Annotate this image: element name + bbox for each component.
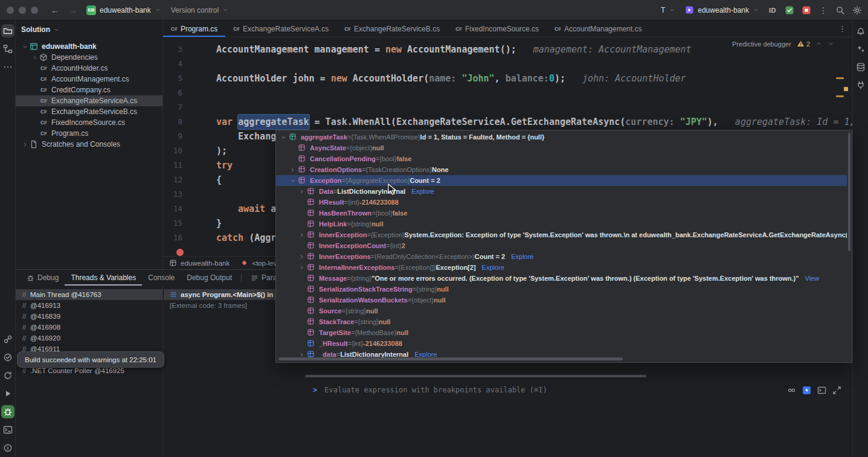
variable-innerexceptioncount[interactable]: InnerExceptionCount = {int} 2 (276, 240, 847, 251)
thread-row-416913[interactable]: @416913 (16, 300, 162, 311)
tree-item-program-cs[interactable]: C#Program.cs (16, 128, 162, 139)
breadcrumb-eduwealth-bank[interactable]: eduwealth-bank (169, 259, 230, 267)
next-warning-button[interactable] (828, 40, 834, 47)
watches-icon[interactable] (786, 385, 796, 395)
chevron-down-icon[interactable] (280, 134, 288, 141)
variable-data[interactable]: Data = ListDictionaryInternalExplore (276, 186, 847, 197)
variable-serializationwatsonbuckets[interactable]: SerializationWatsonBuckets = {object} nu… (276, 295, 847, 305)
chevron-right-icon[interactable] (30, 54, 39, 61)
chevron-down-icon[interactable] (289, 177, 297, 184)
variable-targetsite[interactable]: TargetSite = {MethodBase} null (276, 327, 847, 338)
close-window-button[interactable] (7, 7, 14, 14)
variable-exception[interactable]: Exception = {AggregateException} Count =… (276, 175, 847, 186)
popup-vscrollbar[interactable] (848, 133, 850, 251)
debug-icon[interactable] (1, 405, 14, 418)
variable-aggregatetask[interactable]: aggregateTask = {Task.WhenAllPromise} Id… (276, 132, 847, 142)
thread-row-main-thread-416763[interactable]: Main Thread @416763 (16, 289, 162, 300)
tool-t-widget[interactable]: T (656, 4, 680, 16)
variable-data[interactable]: _data = ListDictionaryInternalExplore (276, 349, 847, 357)
tree-item-exchangerateservicea-cs[interactable]: C#ExchangeRateServiceA.cs (16, 95, 162, 106)
forward-button[interactable]: → (64, 5, 82, 15)
tab-accountmanagement-cs[interactable]: C#AccountManagement.cs (547, 21, 650, 37)
variable-hasbeenthrown[interactable]: HasBeenThrown = {bool} false (276, 208, 847, 219)
value-action-link[interactable]: Explore (482, 264, 504, 271)
chevron-right-icon[interactable] (21, 141, 29, 148)
red-plugin-icon[interactable] (799, 3, 814, 18)
version-control-widget[interactable]: Version control (166, 4, 234, 16)
chevron-right-icon[interactable] (298, 232, 306, 238)
search-icon[interactable] (833, 3, 847, 18)
tab-exchangerateservicea-cs[interactable]: C#ExchangeRateServiceA.cs (225, 21, 336, 37)
quick-evaluate-icon[interactable] (802, 385, 811, 395)
run-configuration-widget[interactable]: eduwealth-bank (680, 4, 764, 16)
tree-item-dependencies[interactable]: Dependencies (16, 52, 162, 63)
variable-cancellationpending[interactable]: CancellationPending = {bool} false (276, 153, 847, 164)
variable-asyncstate[interactable]: AsyncState = {object} null (276, 142, 847, 153)
variable-innerexceptions[interactable]: InnerExceptions = {ReadOnlyCollection<Ex… (276, 251, 847, 262)
debug-tab-console[interactable]: Console (142, 270, 181, 286)
popup-hscrollbar[interactable] (278, 357, 623, 360)
variable-creationoptions[interactable]: CreationOptions = {TaskCreationOptions} … (276, 164, 847, 175)
variable-serializationstacktracestring[interactable]: SerializationStackTraceString = {string}… (276, 284, 847, 295)
minimize-window-button[interactable] (19, 7, 26, 14)
variable-stacktrace[interactable]: StackTrace = {string} null (276, 316, 847, 327)
console-view-icon[interactable] (817, 385, 826, 395)
zoom-window-button[interactable] (31, 7, 38, 14)
profiler-icon[interactable] (1, 369, 14, 382)
green-plugin-icon[interactable] (782, 3, 797, 18)
value-action-link[interactable]: Explore (411, 188, 434, 195)
tree-item-fixedincomesource-cs[interactable]: C#FixedIncomeSource.cs (16, 117, 162, 128)
commit-icon[interactable] (1, 351, 14, 364)
thread-row-416920[interactable]: @416920 (16, 333, 162, 344)
thread-row-416839[interactable]: @416839 (16, 311, 162, 322)
chevron-right-icon[interactable] (298, 188, 306, 195)
variable-source[interactable]: Source = {string} null (276, 305, 847, 316)
tree-item-creditcompany-cs[interactable]: C#CreditCompany.cs (16, 85, 162, 95)
debug-tab-threads-variables[interactable]: Threads & Variables (65, 270, 142, 286)
variable-hresult[interactable]: _HResult = {int} -2146233088 (276, 338, 847, 349)
terminal-icon[interactable] (1, 423, 14, 436)
structure-icon[interactable] (1, 42, 14, 56)
id-badge[interactable]: ID (764, 7, 781, 14)
plugins-icon[interactable] (854, 78, 867, 92)
chevron-down-icon[interactable] (21, 43, 29, 50)
frames-scrollbar[interactable] (305, 375, 646, 377)
variable-helplink[interactable]: HelpLink = {string} null (276, 219, 847, 229)
solution-header[interactable]: Solution (16, 21, 162, 39)
breakpoint-dot[interactable] (176, 249, 184, 256)
tab-exchangerateserviceb-cs[interactable]: C#ExchangeRateServiceB.cs (336, 21, 448, 37)
tree-item-accountholder-cs[interactable]: C#AccountHolder.cs (16, 63, 162, 74)
chevron-right-icon[interactable] (298, 351, 306, 358)
value-action-link[interactable]: View (805, 275, 820, 282)
tab-list-kebab[interactable]: ⋮ (832, 24, 852, 33)
tree-item-accountmanagement-cs[interactable]: C#AccountManagement.cs (16, 74, 162, 85)
prev-warning-button[interactable] (815, 40, 822, 47)
chevron-right-icon[interactable] (298, 254, 306, 260)
database-icon[interactable] (854, 60, 867, 74)
tree-item-exchangerateserviceb-cs[interactable]: C#ExchangeRateServiceB.cs (16, 106, 162, 117)
warnings-badge[interactable]: 2 (797, 40, 810, 48)
value-action-link[interactable]: Explore (414, 351, 437, 357)
expand-icon[interactable] (832, 385, 841, 395)
variable-message[interactable]: Message = {string} "One or more errors o… (276, 273, 847, 284)
run-icon[interactable] (1, 387, 14, 400)
chevron-right-icon[interactable] (289, 167, 297, 173)
back-button[interactable]: ← (47, 5, 64, 15)
problems-icon[interactable] (1, 441, 14, 455)
ai-assistant-icon[interactable] (854, 42, 867, 56)
tree-item-eduwealth-bank[interactable]: eduwealth-bank (16, 41, 162, 52)
variable-hresult[interactable]: HResult = {int} -2146233088 (276, 197, 847, 208)
more-actions-kebab[interactable]: ⋮ (816, 3, 831, 18)
evaluate-expression-bar[interactable]: > Evaluate expression with breakpoints a… (275, 382, 851, 398)
tab-program-cs[interactable]: C#Program.cs (163, 21, 225, 37)
more-tools-icon[interactable] (1, 60, 14, 74)
chevron-right-icon[interactable] (298, 264, 306, 271)
variable-innerexception[interactable]: InnerException = {Exception} System.Exce… (276, 229, 847, 240)
project-switcher[interactable]: EB eduwealth-bank (82, 4, 166, 17)
link-icon[interactable] (1, 333, 14, 346)
debug-tab-debug[interactable]: Debug (21, 270, 65, 286)
tree-item-scratches-and-consoles[interactable]: Scratches and Consoles (16, 139, 162, 150)
project-icon[interactable] (1, 24, 14, 37)
tab-fixedincomesource-cs[interactable]: C#FixedIncomeSource.cs (448, 21, 547, 37)
notifications-icon[interactable] (854, 24, 867, 37)
